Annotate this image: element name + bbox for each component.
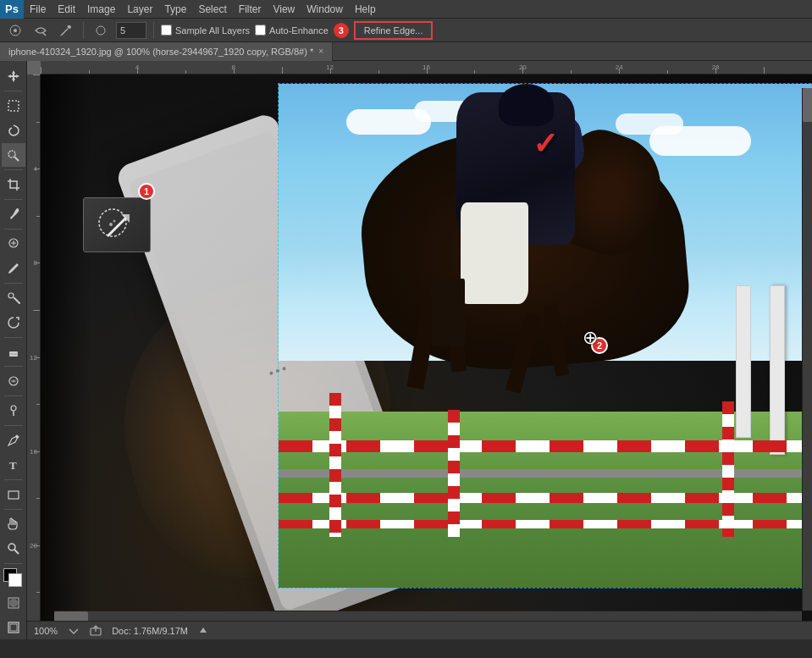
rider-helmet xyxy=(499,84,554,126)
fence-post-2 xyxy=(736,285,751,438)
menu-filter[interactable]: Filter xyxy=(233,0,268,19)
ruler-v-mark xyxy=(36,216,40,217)
canvas-area[interactable]: // Will be generated below 481216202428 … xyxy=(27,61,812,639)
svg-point-5 xyxy=(68,25,71,29)
tool-pen[interactable] xyxy=(2,429,25,452)
canvas-viewport[interactable]: ✓ 1 2 ⊕ xyxy=(41,75,812,639)
menu-view[interactable]: View xyxy=(267,0,301,19)
tool-move[interactable] xyxy=(2,64,25,88)
magic-wand-btn[interactable] xyxy=(56,20,76,41)
tool-quick-select[interactable] xyxy=(2,143,25,167)
svg-point-30 xyxy=(109,223,113,226)
tool-dodge[interactable] xyxy=(2,399,25,423)
ruler-h-mark xyxy=(185,70,186,74)
menu-type[interactable]: Type xyxy=(158,0,192,19)
ruler-top: // Will be generated below 481216202428 xyxy=(41,61,812,75)
menu-file[interactable]: File xyxy=(24,0,52,19)
status-bar: 100% Doc: 1.76M/9.17M xyxy=(27,621,812,639)
tool-sep-10 xyxy=(4,479,23,480)
menu-edit[interactable]: Edit xyxy=(52,0,81,19)
svg-rect-22 xyxy=(8,491,19,499)
ruler-h-mark xyxy=(41,67,41,74)
ruler-v-mark xyxy=(33,310,40,311)
menu-select[interactable]: Select xyxy=(192,0,232,19)
ruler-h-mark xyxy=(89,70,90,74)
brush-tool-btn[interactable] xyxy=(5,20,25,41)
ruler-left: 48121620 xyxy=(27,75,41,639)
tool-crop[interactable] xyxy=(2,173,25,196)
ruler-v-label: 4 xyxy=(34,165,37,173)
tool-hand[interactable] xyxy=(2,512,25,536)
tool-sep-9 xyxy=(4,425,23,426)
menu-window[interactable]: Window xyxy=(301,0,349,19)
tool-lasso[interactable] xyxy=(2,119,25,142)
brush-tool-popup xyxy=(83,197,151,252)
main-area: T xyxy=(0,61,812,639)
toolbox: T xyxy=(0,61,27,639)
step-badge-1: 1 xyxy=(138,183,155,200)
tool-eraser[interactable] xyxy=(2,340,25,364)
tool-screen-mode[interactable] xyxy=(2,616,25,639)
fence-post-1 xyxy=(770,285,785,455)
tool-zoom[interactable] xyxy=(2,537,25,561)
ruler-v-mark xyxy=(36,592,40,593)
auto-enhance-label[interactable]: Auto-Enhance xyxy=(255,25,329,36)
refine-edge-button[interactable]: Refine Edge... xyxy=(354,21,434,40)
tab-close-button[interactable]: × xyxy=(318,42,323,61)
tool-history[interactable] xyxy=(2,311,25,335)
tool-eyedropper[interactable] xyxy=(2,202,25,226)
ruler-v-label: 20 xyxy=(30,541,37,549)
svg-point-31 xyxy=(113,220,116,223)
ruler-h-mark xyxy=(474,70,475,74)
tool-blur[interactable] xyxy=(2,369,25,393)
svg-point-1 xyxy=(14,29,17,32)
tool-brush[interactable] xyxy=(2,257,25,280)
svg-rect-8 xyxy=(8,101,19,111)
svg-point-9 xyxy=(8,151,15,158)
document-tab[interactable]: iphone-410324_1920.jpg @ 100% (horse-294… xyxy=(0,42,333,61)
color-swatches[interactable] xyxy=(3,568,24,589)
ruler-h-mark xyxy=(667,70,668,74)
tool-sep-1 xyxy=(4,91,23,91)
vertical-scrollbar[interactable] xyxy=(802,88,812,611)
ps-logo: Ps xyxy=(0,0,24,19)
tool-sep-7 xyxy=(4,366,23,367)
svg-rect-28 xyxy=(10,624,17,631)
svg-point-18 xyxy=(11,406,16,411)
brush-size-box[interactable]: 5 xyxy=(116,22,146,39)
svg-point-6 xyxy=(97,26,105,35)
menu-layer[interactable]: Layer xyxy=(121,0,158,19)
tool-selection[interactable] xyxy=(2,94,25,118)
brush-icon-svg xyxy=(96,206,138,244)
separator-2 xyxy=(153,22,154,39)
tool-quick-mask[interactable] xyxy=(2,591,25,615)
tool-healing[interactable] xyxy=(2,232,25,256)
svg-marker-7 xyxy=(8,70,19,82)
ruler-h-label: 24 xyxy=(616,64,623,71)
ruler-h-mark xyxy=(764,67,765,74)
horizontal-scrollbar[interactable] xyxy=(54,611,802,621)
tool-sep-4 xyxy=(4,229,23,229)
tab-bar: iphone-410324_1920.jpg @ 100% (horse-294… xyxy=(0,42,812,61)
menu-help[interactable]: Help xyxy=(349,0,382,19)
v-scroll-thumb[interactable] xyxy=(803,88,812,122)
tool-text[interactable]: T xyxy=(2,453,25,477)
ruler-v-label: 8 xyxy=(34,259,37,267)
ruler-h-mark xyxy=(571,70,572,74)
tool-sep-12 xyxy=(4,563,23,564)
tool-sep-11 xyxy=(4,509,23,510)
tool-clone[interactable] xyxy=(2,286,25,310)
separator-1 xyxy=(83,22,84,39)
brush-size-icon[interactable] xyxy=(91,20,111,41)
menu-image[interactable]: Image xyxy=(81,0,121,19)
tool-shape[interactable] xyxy=(2,483,25,506)
quick-selection-btn[interactable] xyxy=(30,20,51,41)
svg-point-14 xyxy=(8,293,14,298)
auto-enhance-checkbox[interactable] xyxy=(255,25,266,36)
sample-all-layers-checkbox[interactable] xyxy=(161,25,172,36)
ruler-v-label: 16 xyxy=(30,447,37,455)
status-nav-icon xyxy=(198,626,208,636)
svg-line-24 xyxy=(14,550,19,554)
ruler-v-mark xyxy=(36,122,40,123)
sample-all-layers-label[interactable]: Sample All Layers xyxy=(161,25,250,36)
